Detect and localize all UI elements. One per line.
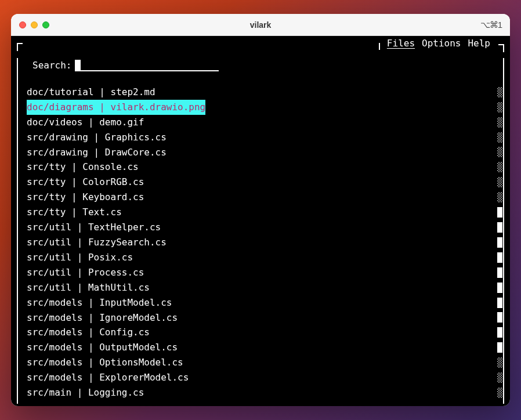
scrollbar-tick-icon[interactable] bbox=[497, 117, 502, 128]
traffic-lights bbox=[19, 21, 49, 28]
menu-item-files[interactable]: Files bbox=[383, 36, 418, 51]
file-label: src/models | InputModel.cs bbox=[27, 295, 172, 310]
file-row[interactable]: src/tty | Keyboard.cs bbox=[27, 190, 503, 205]
cursor-icon bbox=[75, 60, 81, 71]
file-row[interactable]: src/util | Process.cs bbox=[27, 265, 503, 280]
file-row[interactable]: src/util | TextHelper.cs bbox=[27, 220, 503, 235]
file-label: src/tty | Text.cs bbox=[27, 205, 122, 220]
file-row[interactable]: src/models | Config.cs bbox=[27, 325, 503, 340]
scrollbar-tick-icon[interactable] bbox=[497, 312, 502, 323]
file-label: src/util | MathUtil.cs bbox=[27, 280, 150, 295]
file-row[interactable]: src/models | OutputModel.cs bbox=[27, 340, 503, 355]
file-label: src/drawing | Graphics.cs bbox=[27, 130, 167, 145]
file-label: src/util | Process.cs bbox=[27, 265, 144, 280]
scrollbar-tick-icon[interactable] bbox=[497, 147, 502, 157]
terminal: FilesOptionsHelp Search: doc/tutorial | … bbox=[11, 36, 510, 406]
file-row[interactable]: src/tty | Console.cs bbox=[27, 160, 503, 175]
file-label: src/models | OutputModel.cs bbox=[27, 340, 178, 355]
file-row[interactable]: src/drawing | DrawCore.cs bbox=[27, 145, 503, 160]
close-icon[interactable] bbox=[19, 21, 26, 28]
scrollbar-tick-icon[interactable] bbox=[497, 327, 502, 338]
scrollbar-tick-icon[interactable] bbox=[497, 298, 502, 308]
search-row: Search: bbox=[18, 58, 503, 73]
file-label: doc/videos | demo.gif bbox=[27, 115, 144, 130]
scrollbar-tick-icon[interactable] bbox=[497, 222, 502, 233]
search-input[interactable] bbox=[75, 60, 219, 71]
file-row[interactable]: src/tty | ColorRGB.cs bbox=[27, 175, 503, 190]
scrollbar-tick-icon[interactable] bbox=[497, 177, 502, 187]
file-row[interactable]: src/tty | Text.cs bbox=[27, 205, 503, 220]
file-label: src/util | TextHelper.cs bbox=[27, 220, 161, 235]
file-row[interactable]: src/models | OptionsModel.cs bbox=[27, 355, 503, 370]
titlebar[interactable]: vilark ⌥⌘1 bbox=[11, 14, 510, 36]
file-listing: doc/tutorial | step2.mddoc/diagrams | vi… bbox=[18, 85, 503, 400]
file-label: doc/diagrams | vilark.drawio.png bbox=[27, 100, 205, 115]
menu-item-help[interactable]: Help bbox=[464, 36, 494, 51]
scrollbar-tick-icon[interactable] bbox=[497, 192, 502, 202]
zoom-icon[interactable] bbox=[42, 21, 49, 28]
scrollbar-tick-icon[interactable] bbox=[497, 252, 502, 263]
terminal-menu: FilesOptionsHelp bbox=[383, 36, 495, 51]
minimize-icon[interactable] bbox=[31, 21, 38, 28]
scrollbar-tick-icon[interactable] bbox=[497, 342, 502, 353]
window-shortcut: ⌥⌘1 bbox=[480, 20, 502, 30]
scrollbar-tick-icon[interactable] bbox=[497, 87, 502, 97]
file-row[interactable]: src/drawing | Graphics.cs bbox=[27, 130, 503, 145]
file-row[interactable]: src/main | Logging.cs bbox=[27, 385, 503, 400]
file-label: src/drawing | DrawCore.cs bbox=[27, 145, 167, 160]
search-label: Search: bbox=[32, 58, 71, 73]
file-row[interactable]: doc/videos | demo.gif bbox=[27, 115, 503, 130]
file-label: src/main | Logging.cs bbox=[27, 385, 144, 400]
file-row[interactable]: src/util | FuzzySearch.cs bbox=[27, 235, 503, 250]
scrollbar-tick-icon[interactable] bbox=[497, 102, 502, 113]
file-row[interactable]: src/models | InputModel.cs bbox=[27, 295, 503, 310]
window-title: vilark bbox=[11, 20, 510, 30]
terminal-frame-top: FilesOptionsHelp bbox=[17, 37, 504, 50]
file-row[interactable]: doc/tutorial | step2.md bbox=[27, 85, 503, 100]
file-label: src/tty | Console.cs bbox=[27, 160, 139, 175]
scrollbar-tick-icon[interactable] bbox=[497, 372, 502, 383]
scrollbar-tick-icon[interactable] bbox=[497, 132, 502, 143]
file-row[interactable]: doc/diagrams | vilark.drawio.png bbox=[27, 100, 503, 115]
scrollbar-tick-icon[interactable] bbox=[497, 267, 502, 278]
menu-item-options[interactable]: Options bbox=[418, 36, 464, 51]
scrollbar-tick-icon[interactable] bbox=[497, 283, 502, 293]
file-row[interactable]: src/models | ExplorerModel.cs bbox=[27, 370, 503, 385]
app-window: vilark ⌥⌘1 FilesOptionsHelp Search: doc/… bbox=[11, 14, 510, 406]
file-label: src/models | OptionsModel.cs bbox=[27, 355, 183, 370]
scrollbar-tick-icon[interactable] bbox=[497, 388, 502, 398]
file-label: src/util | Posix.cs bbox=[27, 250, 133, 265]
file-label: src/models | IgnoreModel.cs bbox=[27, 310, 178, 325]
scrollbar-tick-icon[interactable] bbox=[497, 207, 502, 218]
file-row[interactable]: src/util | MathUtil.cs bbox=[27, 280, 503, 295]
file-label: src/models | ExplorerModel.cs bbox=[27, 370, 189, 385]
scrollbar-tick-icon[interactable] bbox=[497, 162, 502, 172]
file-row[interactable]: src/models | IgnoreModel.cs bbox=[27, 310, 503, 325]
scrollbar-tick-icon[interactable] bbox=[497, 357, 502, 368]
file-label: doc/tutorial | step2.md bbox=[27, 85, 155, 100]
file-label: src/util | FuzzySearch.cs bbox=[27, 235, 167, 250]
file-row[interactable]: src/util | Posix.cs bbox=[27, 250, 503, 265]
file-label: src/tty | Keyboard.cs bbox=[27, 190, 144, 205]
terminal-body: Search: doc/tutorial | step2.mddoc/diagr… bbox=[17, 58, 504, 404]
file-label: src/models | Config.cs bbox=[27, 325, 150, 340]
scrollbar-tick-icon[interactable] bbox=[497, 237, 502, 248]
file-label: src/tty | ColorRGB.cs bbox=[27, 175, 144, 190]
